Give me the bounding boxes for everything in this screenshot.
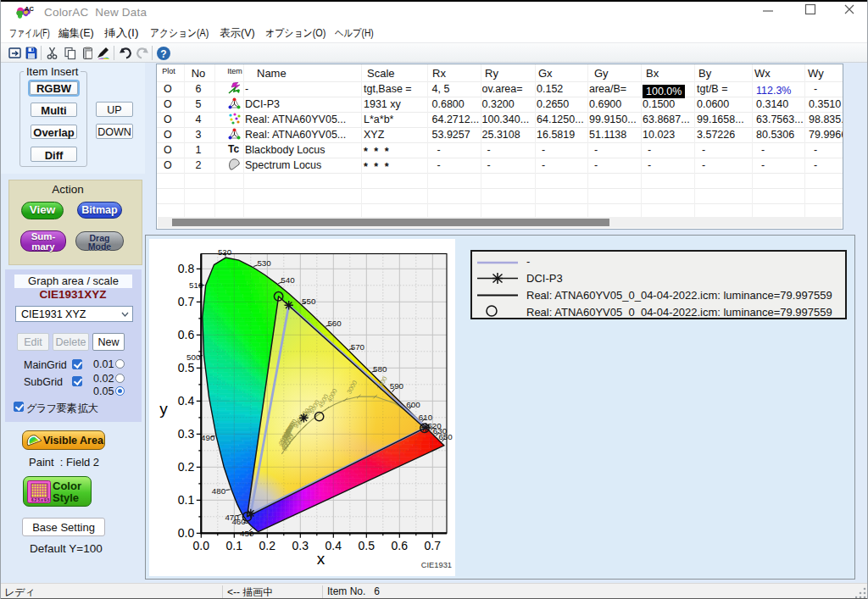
svg-text:0.1: 0.1 <box>178 493 195 507</box>
svg-text:6.2 5.x 9.5: 6.2 5.x 9.5 <box>31 498 50 502</box>
svg-text:520: 520 <box>218 247 232 257</box>
svg-text:590: 590 <box>390 381 404 391</box>
svg-text:0.8: 0.8 <box>178 262 195 275</box>
svg-text:650: 650 <box>438 432 453 441</box>
svg-text:0.2: 0.2 <box>178 460 195 474</box>
svg-text:470: 470 <box>225 513 239 522</box>
svg-text:0.6: 0.6 <box>178 328 195 341</box>
svg-text:0.2: 0.2 <box>259 539 276 552</box>
svg-text:0.5: 0.5 <box>359 539 376 552</box>
svg-text:0.3: 0.3 <box>292 539 309 552</box>
svg-text:600: 600 <box>406 400 420 409</box>
svg-text:y: y <box>159 400 168 418</box>
svg-text:550: 550 <box>302 297 316 306</box>
svg-text:0.0: 0.0 <box>178 526 195 540</box>
svg-text:CIE1931: CIE1931 <box>421 561 452 569</box>
svg-text:480: 480 <box>212 486 226 496</box>
svg-text:0.4: 0.4 <box>326 539 342 552</box>
svg-text:0.6: 0.6 <box>392 539 409 552</box>
svg-text:490: 490 <box>201 433 215 442</box>
svg-text:x: x <box>317 550 326 568</box>
svg-text:AC: AC <box>25 5 34 13</box>
svg-text:0.7: 0.7 <box>178 295 195 308</box>
svg-text:560: 560 <box>327 319 342 328</box>
svg-text:530: 530 <box>257 258 271 268</box>
svg-text:0.7: 0.7 <box>425 539 442 552</box>
svg-text:0.4: 0.4 <box>178 394 195 408</box>
svg-text:0.0: 0.0 <box>193 539 210 552</box>
svg-text:0.1: 0.1 <box>226 539 243 552</box>
svg-text:580: 580 <box>373 364 387 374</box>
svg-text:0.3: 0.3 <box>178 427 195 441</box>
svg-text:0.5: 0.5 <box>178 361 195 374</box>
svg-text:?: ? <box>160 48 166 60</box>
svg-text:540: 540 <box>281 275 295 285</box>
svg-text:570: 570 <box>351 342 365 352</box>
